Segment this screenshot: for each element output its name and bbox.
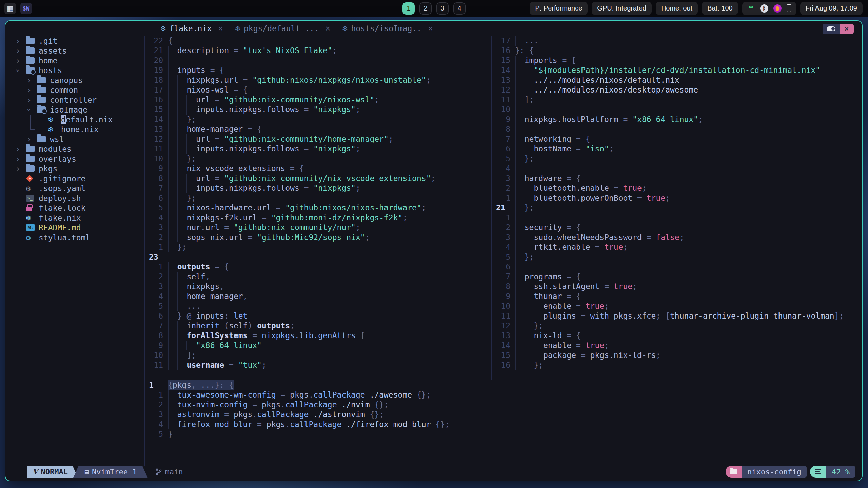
iso-default-nix-line[interactable]: 4 rtkit.enable = true;: [495, 242, 862, 252]
flame-icon[interactable]: [773, 4, 782, 13]
tree-item-stylua-toml[interactable]: ⚙stylua.toml: [5, 232, 144, 242]
tree-item-home[interactable]: ›home: [5, 56, 144, 65]
pkgs-default-nix-line[interactable]: 4 firefox-mod-blur = pkgs.callPackage ./…: [147, 420, 862, 429]
tree-item-wsl[interactable]: ›wsl: [5, 134, 144, 144]
iso-default-nix-line[interactable]: 1 bluetooth.powerOnBoot = true;: [495, 193, 862, 203]
iso-default-nix-line[interactable]: 6: [495, 262, 862, 272]
flake-nix-line[interactable]: 13 home-manager = {: [147, 124, 491, 134]
iso-default-nix-line[interactable]: 6 hostName = "iso";: [495, 144, 862, 154]
flake-nix-line[interactable]: 8 forAllSystems = nixpkgs.lib.genAttrs [: [147, 331, 491, 341]
tab-flake-nix[interactable]: ❄flake.nix×: [155, 21, 229, 36]
flake-nix-line[interactable]: 6 } @ inputs: let: [147, 311, 491, 321]
iso-default-nix-line[interactable]: 15 imports = [: [495, 56, 862, 65]
bluetooth-icon[interactable]: ᛒ: [760, 4, 768, 13]
tab-close-icon[interactable]: ×: [428, 24, 433, 33]
flake-nix-line[interactable]: 14 };: [147, 115, 491, 124]
tree-item-README-md[interactable]: M↓README.md: [5, 223, 144, 232]
iso-default-nix-line[interactable]: 16 };: [495, 360, 862, 370]
tree-item--gitignore[interactable]: .gitignore: [5, 174, 144, 183]
iso-default-nix-line[interactable]: 12 };: [495, 321, 862, 331]
iso-default-nix-line[interactable]: 13 ../../modules/nixos/default.nix: [495, 75, 862, 85]
flake-nix-line[interactable]: 17 nixos-wsl = {: [147, 85, 491, 95]
pkgs-default-nix-line[interactable]: 1 tux-awesome-wm-config = pkgs.callPacka…: [147, 390, 862, 400]
iso-default-nix-line[interactable]: 14 enable = true;: [495, 341, 862, 350]
chevron-down-icon[interactable]: ›: [27, 105, 37, 114]
window-close-button[interactable]: ×: [840, 24, 854, 34]
iso-default-nix-line[interactable]: 21 };: [495, 203, 862, 213]
iso-default-nix-line[interactable]: 7 networking = {: [495, 134, 862, 144]
iso-default-nix-line[interactable]: 5 };: [495, 252, 862, 262]
iso-default-nix-line[interactable]: 10 enable = true;: [495, 301, 862, 311]
flake-nix-line[interactable]: 2 sops-nix.url = "github:Mic92/sops-nix"…: [147, 232, 491, 242]
chevron-down-icon[interactable]: ›: [16, 66, 26, 75]
flake-nix-line[interactable]: 16 url = "github:nix-community/nixos-wsl…: [147, 95, 491, 105]
flake-nix-line[interactable]: 7 inputs.nixpkgs.follows = "nixpkgs";: [147, 183, 491, 193]
chevron-right-icon[interactable]: ›: [27, 76, 37, 85]
window-toggle-button[interactable]: [823, 24, 840, 34]
tab-close-icon[interactable]: ×: [218, 24, 223, 33]
tree-item-deploy-sh[interactable]: >_deploy.sh: [5, 193, 144, 203]
workspace-button-1[interactable]: 1: [402, 2, 415, 15]
tree-item-hosts[interactable]: ›hosts: [5, 65, 144, 75]
flake-nix-line[interactable]: 20: [147, 56, 491, 65]
tree-item-isoImage[interactable]: ›isoImage: [5, 105, 144, 115]
iso-default-nix-line[interactable]: 1: [495, 213, 862, 223]
chevron-right-icon[interactable]: ›: [16, 164, 26, 173]
iso-default-nix-line[interactable]: 12 ../../modules/nixos/desktop/awesome: [495, 85, 862, 95]
flake-nix-line[interactable]: 1 outputs = {: [147, 262, 491, 272]
tree-item-canopus[interactable]: ›canopus: [5, 75, 144, 85]
workspace-button-2[interactable]: 2: [419, 2, 432, 15]
workspace-button-3[interactable]: 3: [436, 2, 449, 15]
chevron-right-icon[interactable]: ›: [16, 46, 26, 55]
tree-item-default-nix[interactable]: ❄default.nix: [5, 115, 144, 124]
flake-nix-line[interactable]: 11 username = "tux";: [147, 360, 491, 370]
iso-default-nix-line[interactable]: 13 nix-ld = {: [495, 331, 862, 341]
iso-default-nix-line[interactable]: 4: [495, 164, 862, 174]
launcher-button[interactable]: ▦: [4, 3, 16, 14]
chevron-right-icon[interactable]: ›: [16, 145, 26, 154]
flake-nix-line[interactable]: 15 inputs.nixpkgs.follows = "nixpkgs";: [147, 105, 491, 115]
tree-item-common[interactable]: ›common: [5, 85, 144, 95]
flake-nix-line[interactable]: 12 url = "github:nix-community/home-mana…: [147, 134, 491, 144]
flake-nix-line[interactable]: 10 };: [147, 154, 491, 164]
flake-nix-line[interactable]: 18 nixpkgs.url = "github:nixos/nixpkgs/n…: [147, 75, 491, 85]
chevron-right-icon[interactable]: ›: [16, 155, 26, 163]
flake-nix-line[interactable]: 9 nix-vscode-extensions = {: [147, 164, 491, 174]
flake-nix-line[interactable]: 1 };: [147, 242, 491, 252]
tree-item-controller[interactable]: ›controller: [5, 95, 144, 105]
chevron-right-icon[interactable]: ›: [27, 96, 37, 104]
iso-default-nix-line[interactable]: 8: [495, 124, 862, 134]
chevron-right-icon[interactable]: ›: [27, 86, 37, 95]
flake-nix-line[interactable]: 22{: [147, 36, 491, 46]
flake-nix-line[interactable]: 7 inherit (self) outputs;: [147, 321, 491, 331]
flake-nix-line[interactable]: 2 self,: [147, 272, 491, 282]
flake-nix-line[interactable]: 5 nixos-hardware.url = "github:nixos/nix…: [147, 203, 491, 213]
chevron-right-icon[interactable]: ›: [16, 37, 26, 45]
iso-default-nix-line[interactable]: 17 ...: [495, 36, 862, 46]
iso-default-nix-line[interactable]: 9 nixpkgs.hostPlatform = "x86_64-linux";: [495, 115, 862, 124]
iso-default-nix-line[interactable]: 16}: {: [495, 46, 862, 56]
network-plant-icon[interactable]: [747, 4, 755, 13]
iso-default-nix-line[interactable]: 3 sudo.wheelNeedsPassword = false;: [495, 232, 862, 242]
iso-default-nix-line[interactable]: 11 ];: [495, 95, 862, 105]
tree-item-flake-lock[interactable]: flake.lock: [5, 203, 144, 213]
flake-nix-line[interactable]: 9 "x86_64-linux": [147, 341, 491, 350]
iso-default-nix-line[interactable]: 10: [495, 105, 862, 115]
tree-item--git[interactable]: ›.git: [5, 36, 144, 46]
tree-item-modules[interactable]: ›modules: [5, 144, 144, 154]
flake-nix-line[interactable]: 3 nur.url = "github:nix-community/nur";: [147, 223, 491, 232]
iso-default-nix-line[interactable]: 14 "${modulesPath}/installer/cd-dvd/inst…: [495, 65, 862, 75]
flake-nix-line[interactable]: 11 inputs.nixpkgs.follows = "nixpkgs";: [147, 144, 491, 154]
pkgs-default-nix-line[interactable]: 1{pkgs, ...}: {: [147, 380, 862, 390]
pkgs-default-nix-line[interactable]: 2 tux-nvim-config = pkgs.callPackage ./n…: [147, 400, 862, 410]
iso-default-nix-line[interactable]: 15 package = pkgs.nix-ld-rs;: [495, 350, 862, 360]
pkgs-default-nix-line[interactable]: 3 astronvim = pkgs.callPackage ./astronv…: [147, 410, 862, 420]
iso-default-nix-line[interactable]: 7 programs = {: [495, 272, 862, 282]
phone-icon[interactable]: [787, 4, 791, 12]
pkgs-default-nix-line[interactable]: 5}: [147, 429, 862, 439]
tab-hosts-isoImag-[interactable]: ❄hosts/isoImag..×: [336, 21, 439, 36]
chevron-right-icon[interactable]: ›: [27, 135, 37, 144]
iso-default-nix-line[interactable]: 3 hardware = {: [495, 174, 862, 183]
flake-nix-line[interactable]: 4 home-manager,: [147, 291, 491, 301]
tree-item-home-nix[interactable]: ❄home.nix: [5, 124, 144, 134]
